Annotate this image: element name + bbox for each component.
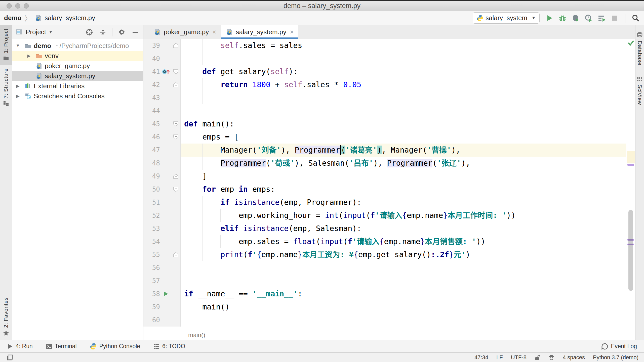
- code-text[interactable]: self.sales = sales: [181, 39, 626, 52]
- toolwindow-toggle-icon[interactable]: [6, 353, 14, 362]
- tool-stripe-tab-structure[interactable]: 7: Structure: [0, 65, 12, 110]
- code-line-41[interactable]: 41 def get_salary(self):: [143, 65, 626, 78]
- gutter[interactable]: 47: [143, 144, 181, 157]
- concurrency-diagram-button[interactable]: [597, 14, 606, 22]
- vertical-scrollbar[interactable]: [628, 210, 633, 291]
- code-text[interactable]: emp.working_hour = int(input(f'请输入{emp.n…: [181, 209, 626, 222]
- fold-region-end-icon[interactable]: [172, 82, 180, 87]
- toolwindow-button-terminal[interactable]: Terminal: [46, 343, 77, 350]
- editor-tab-salary_system.py[interactable]: salary_system.py×: [221, 25, 298, 39]
- gutter[interactable]: 50: [143, 183, 181, 196]
- fold-region-start-icon[interactable]: [172, 187, 180, 192]
- gutter[interactable]: 44: [143, 104, 181, 117]
- locate-file-button[interactable]: [85, 28, 94, 36]
- tree-item-salary_system.py[interactable]: salary_system.py: [12, 71, 143, 81]
- toolwindow-button-run[interactable]: 4: Run: [7, 343, 33, 350]
- code-line-44[interactable]: 44: [143, 104, 626, 117]
- code-line-55[interactable]: 55 print(f'{emp.name}本月工资为: ¥{emp.get_sa…: [143, 248, 626, 261]
- gutter[interactable]: 41: [143, 65, 181, 78]
- code-text[interactable]: [181, 274, 626, 287]
- status-item-4-spaces[interactable]: 4 spaces: [563, 354, 585, 361]
- gutter[interactable]: 60: [143, 313, 181, 327]
- close-tab-icon[interactable]: ×: [290, 28, 294, 36]
- status-item-utf-8[interactable]: UTF-8: [511, 354, 527, 361]
- override-method-icon[interactable]: [160, 68, 172, 75]
- status-item-python-3-7--demo-[interactable]: Python 3.7 (demo): [593, 354, 638, 361]
- tool-stripe-tab-sciview[interactable]: SciView: [635, 69, 644, 108]
- code-text[interactable]: def main():: [181, 117, 626, 130]
- run-coverage-button[interactable]: [571, 14, 580, 22]
- code-line-46[interactable]: 46 emps = [: [143, 130, 626, 144]
- gutter[interactable]: 48: [143, 157, 181, 170]
- stop-button[interactable]: [611, 14, 619, 22]
- tree-item-demo[interactable]: ▼demo~/PycharmProjects/demo: [12, 41, 143, 51]
- code-line-40[interactable]: 40: [143, 52, 626, 65]
- code-text[interactable]: return 1800 + self.sales * 0.05: [181, 78, 626, 91]
- code-line-50[interactable]: 50 for emp in emps:: [143, 183, 626, 196]
- gutter[interactable]: 49: [143, 170, 181, 183]
- editor-tab-poker_game.py[interactable]: poker_game.py×: [149, 25, 221, 39]
- tool-stripe-tab-database[interactable]: Database: [635, 25, 644, 69]
- code-line-56[interactable]: 56: [143, 261, 626, 274]
- code-text[interactable]: [181, 261, 626, 274]
- gutter[interactable]: 45: [143, 117, 181, 130]
- code-line-59[interactable]: 59 main(): [143, 300, 626, 313]
- gutter[interactable]: 51: [143, 196, 181, 209]
- chevron-down-icon[interactable]: ▼: [49, 30, 53, 35]
- code-lines[interactable]: 39 self.sales = sales4041 def get_salary…: [143, 39, 626, 330]
- code-line-60[interactable]: 60: [143, 313, 626, 327]
- code-text[interactable]: Manager('刘备'), Programmer('诸葛亮'), Manage…: [181, 144, 626, 157]
- code-text[interactable]: elif isinstance(emp, Salesman):: [181, 222, 626, 235]
- gutter[interactable]: 52: [143, 209, 181, 222]
- expanded-arrow-icon[interactable]: ▼: [14, 43, 22, 48]
- code-text[interactable]: [181, 104, 626, 117]
- code-line-57[interactable]: 57: [143, 274, 626, 287]
- code-line-53[interactable]: 53 elif isinstance(emp, Salesman):: [143, 222, 626, 235]
- search-everywhere-button[interactable]: [631, 14, 640, 22]
- code-text[interactable]: emp.sales = float(input(f'请输入{emp.name}本…: [181, 235, 626, 248]
- close-tab-icon[interactable]: ×: [212, 28, 216, 36]
- code-line-58[interactable]: 58if __name__ == '__main__':: [143, 287, 626, 300]
- run-button[interactable]: [545, 14, 554, 22]
- code-text[interactable]: [181, 91, 626, 104]
- tool-stripe-tab-favorites[interactable]: 2: Favorites: [0, 294, 12, 340]
- code-text[interactable]: if isinstance(emp, Programmer):: [181, 196, 626, 209]
- code-line-39[interactable]: 39 self.sales = sales: [143, 39, 626, 52]
- gutter[interactable]: 39: [143, 39, 181, 52]
- tool-stripe-tab-project[interactable]: 1: Project: [0, 25, 12, 65]
- code-text[interactable]: if __name__ == '__main__':: [181, 287, 626, 300]
- code-text[interactable]: print(f'{emp.name}本月工资为: ¥{emp.get_salar…: [181, 248, 626, 261]
- tree-item-venv[interactable]: ▶venv: [12, 51, 143, 61]
- gutter[interactable]: 46: [143, 130, 181, 144]
- toolwindow-button-todo[interactable]: 6: TODO: [153, 343, 185, 350]
- gutter[interactable]: 53: [143, 222, 181, 235]
- collapsed-arrow-icon[interactable]: ▶: [14, 94, 22, 99]
- code-line-49[interactable]: 49 ]: [143, 170, 626, 183]
- fold-region-start-icon[interactable]: [172, 69, 180, 74]
- event-log-button[interactable]: Event Log: [601, 343, 637, 350]
- code-line-45[interactable]: 45def main():: [143, 117, 626, 130]
- editor-breadcrumb-bar[interactable]: main(): [143, 330, 635, 340]
- code-text[interactable]: main(): [181, 300, 626, 313]
- project-panel-title[interactable]: Project: [26, 28, 46, 36]
- collapse-all-button[interactable]: [99, 28, 107, 36]
- fold-region-start-icon[interactable]: [172, 121, 180, 127]
- fold-region-end-icon[interactable]: [172, 173, 180, 179]
- gutter[interactable]: 54: [143, 235, 181, 248]
- status-item-47-34[interactable]: 47:34: [474, 354, 488, 361]
- hide-panel-button[interactable]: [131, 28, 140, 36]
- settings-gear-button[interactable]: [117, 28, 126, 36]
- code-text[interactable]: [181, 52, 626, 65]
- gutter[interactable]: 59: [143, 300, 181, 313]
- status-item-lf[interactable]: LF: [496, 354, 503, 361]
- profiler-button[interactable]: [584, 14, 593, 22]
- fold-region-end-icon[interactable]: [172, 252, 180, 257]
- run-configuration-select[interactable]: salary_system ▼: [473, 12, 540, 24]
- code-line-42[interactable]: 42 return 1800 + self.sales * 0.05: [143, 78, 626, 91]
- code-line-54[interactable]: 54 emp.sales = float(input(f'请输入{emp.nam…: [143, 235, 626, 248]
- collapsed-arrow-icon[interactable]: ▶: [14, 83, 22, 89]
- tree-item-poker_game.py[interactable]: poker_game.py: [12, 61, 143, 71]
- code-text[interactable]: [181, 313, 626, 327]
- code-text[interactable]: ]: [181, 170, 626, 183]
- code-text[interactable]: for emp in emps:: [181, 183, 626, 196]
